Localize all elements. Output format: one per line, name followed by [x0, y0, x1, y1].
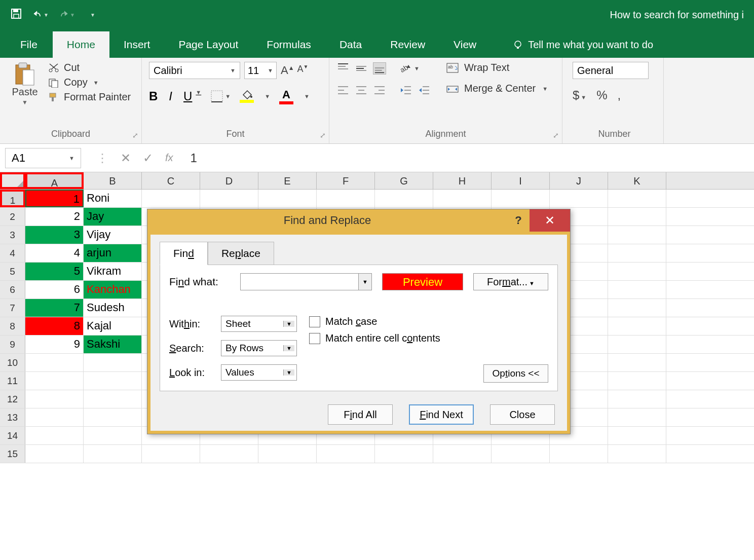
- cell[interactable]: [608, 208, 666, 226]
- underline-button[interactable]: U▼: [183, 89, 201, 103]
- cell[interactable]: Vikram: [84, 263, 142, 280]
- decrease-indent-icon[interactable]: [399, 84, 412, 96]
- undo-icon[interactable]: ▼: [32, 9, 49, 21]
- redo-icon[interactable]: ▼: [59, 9, 75, 21]
- cell[interactable]: 3: [25, 226, 84, 244]
- borders-button[interactable]: ▼: [210, 90, 231, 103]
- cell[interactable]: [608, 335, 666, 353]
- cell[interactable]: [608, 226, 666, 244]
- font-color-button[interactable]: A: [279, 88, 293, 104]
- qat-customize-icon[interactable]: ▼: [90, 12, 95, 18]
- column-header[interactable]: D: [200, 172, 258, 189]
- row-header[interactable]: 6: [0, 281, 25, 298]
- tab-page-layout[interactable]: Page Layout: [164, 31, 252, 58]
- dialog-launcher-icon[interactable]: ⤢: [320, 131, 326, 139]
- preview-button[interactable]: Preview: [382, 273, 463, 290]
- tab-review[interactable]: Review: [376, 31, 439, 58]
- cell[interactable]: Jay: [84, 208, 142, 226]
- cell[interactable]: [608, 190, 666, 207]
- cell[interactable]: [25, 354, 84, 371]
- cell[interactable]: [608, 263, 666, 280]
- cell[interactable]: [608, 445, 666, 463]
- fill-color-button[interactable]: [240, 90, 254, 103]
- increase-indent-icon[interactable]: [418, 84, 431, 96]
- format-button[interactable]: Format...: [473, 273, 548, 290]
- cell[interactable]: [433, 190, 492, 207]
- formula-input[interactable]: 1: [188, 149, 754, 167]
- font-name-combo[interactable]: Calibri▼: [149, 62, 240, 79]
- accept-formula-icon[interactable]: ✓: [143, 151, 153, 165]
- cell[interactable]: [84, 445, 142, 463]
- align-right-icon[interactable]: [373, 84, 386, 96]
- cell[interactable]: [608, 408, 666, 426]
- cell[interactable]: [84, 372, 142, 390]
- cell[interactable]: 6: [25, 281, 84, 298]
- align-middle-icon[interactable]: [355, 62, 368, 74]
- search-combo[interactable]: By Rows▼: [221, 340, 297, 356]
- cell[interactable]: [142, 190, 200, 207]
- tab-home[interactable]: Home: [53, 31, 109, 58]
- row-header[interactable]: 8: [0, 317, 25, 335]
- grow-font-icon[interactable]: A▲: [281, 64, 294, 77]
- cell[interactable]: Sudesh: [84, 299, 142, 317]
- row-header[interactable]: 15: [0, 445, 25, 463]
- cell[interactable]: 7: [25, 299, 84, 317]
- column-header[interactable]: C: [142, 172, 200, 189]
- cell[interactable]: Kajal: [84, 317, 142, 335]
- cell[interactable]: Roni: [84, 190, 142, 207]
- cell[interactable]: [258, 190, 317, 207]
- cell[interactable]: 4: [25, 244, 84, 262]
- cell[interactable]: 9: [25, 335, 84, 353]
- fx-icon[interactable]: fx: [165, 152, 173, 164]
- tab-insert[interactable]: Insert: [109, 31, 165, 58]
- cell[interactable]: [84, 427, 142, 444]
- orientation-button[interactable]: ab▼: [399, 62, 420, 75]
- cell[interactable]: [608, 390, 666, 408]
- cell[interactable]: [25, 408, 84, 426]
- comma-button[interactable]: ,: [618, 88, 621, 102]
- cell[interactable]: [317, 190, 375, 207]
- cell[interactable]: 8: [25, 317, 84, 335]
- tab-replace[interactable]: Replace: [208, 242, 274, 265]
- tab-find[interactable]: Find: [160, 242, 208, 265]
- cell[interactable]: [550, 445, 608, 463]
- cell[interactable]: [84, 390, 142, 408]
- cell[interactable]: [492, 190, 550, 207]
- find-all-button[interactable]: Find All: [328, 404, 393, 425]
- currency-button[interactable]: $▼: [573, 88, 586, 102]
- select-all-corner[interactable]: [0, 172, 25, 189]
- row-header[interactable]: 13: [0, 408, 25, 426]
- cell[interactable]: [25, 390, 84, 408]
- cell[interactable]: [200, 190, 258, 207]
- align-bottom-icon[interactable]: [373, 62, 386, 74]
- options-button[interactable]: Options <<: [483, 364, 548, 383]
- shrink-font-icon[interactable]: A▼: [297, 64, 309, 77]
- cell[interactable]: [25, 372, 84, 390]
- close-button[interactable]: Close: [490, 404, 555, 425]
- cell[interactable]: 1: [25, 190, 84, 207]
- copy-button[interactable]: Copy▼: [48, 77, 131, 88]
- tab-formulas[interactable]: Formulas: [252, 31, 325, 58]
- chevron-down-icon[interactable]: ▼: [358, 274, 371, 290]
- column-header[interactable]: I: [492, 172, 550, 189]
- paste-button[interactable]: Paste ▼: [7, 62, 43, 106]
- dialog-launcher-icon[interactable]: ⤢: [132, 131, 138, 139]
- cell[interactable]: [608, 281, 666, 298]
- column-header[interactable]: B: [84, 172, 142, 189]
- column-header[interactable]: G: [375, 172, 433, 189]
- column-header[interactable]: K: [608, 172, 666, 189]
- font-size-combo[interactable]: 11▼: [244, 62, 277, 79]
- tell-me-box[interactable]: Tell me what you want to do: [501, 32, 665, 58]
- row-header[interactable]: 10: [0, 354, 25, 371]
- cell[interactable]: Kanchan: [84, 281, 142, 298]
- cell[interactable]: [25, 445, 84, 463]
- find-next-button[interactable]: Find Next: [409, 404, 474, 425]
- dialog-titlebar[interactable]: Find and Replace ? ✕: [147, 209, 570, 232]
- row-header[interactable]: 14: [0, 427, 25, 444]
- tab-view[interactable]: View: [439, 31, 491, 58]
- help-icon[interactable]: ?: [507, 209, 530, 232]
- cell[interactable]: [608, 244, 666, 262]
- tab-file[interactable]: File: [10, 31, 53, 58]
- cell[interactable]: [433, 445, 492, 463]
- cell[interactable]: [84, 408, 142, 426]
